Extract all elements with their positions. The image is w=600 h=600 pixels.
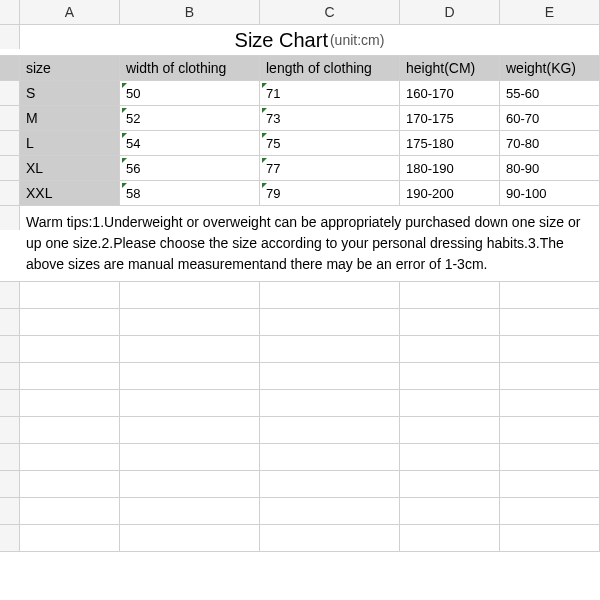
height-cell[interactable]: 170-175: [400, 106, 500, 130]
empty-cell[interactable]: [400, 498, 500, 524]
empty-cell[interactable]: [260, 390, 400, 416]
empty-cell[interactable]: [120, 282, 260, 308]
empty-cell[interactable]: [20, 390, 120, 416]
length-cell[interactable]: 71: [260, 81, 400, 105]
col-header-a[interactable]: A: [20, 0, 120, 24]
empty-cell[interactable]: [400, 363, 500, 389]
empty-cell[interactable]: [20, 525, 120, 551]
empty-cell[interactable]: [260, 336, 400, 362]
header-size[interactable]: size: [20, 56, 120, 80]
length-cell[interactable]: 79: [260, 181, 400, 205]
row-header[interactable]: [0, 471, 20, 497]
empty-cell[interactable]: [260, 525, 400, 551]
height-cell[interactable]: 175-180: [400, 131, 500, 155]
empty-cell[interactable]: [260, 282, 400, 308]
row-header[interactable]: [0, 390, 20, 416]
empty-cell[interactable]: [500, 417, 600, 443]
empty-cell[interactable]: [20, 444, 120, 470]
empty-cell[interactable]: [500, 363, 600, 389]
empty-cell[interactable]: [500, 309, 600, 335]
empty-cell[interactable]: [120, 444, 260, 470]
col-header-c[interactable]: C: [260, 0, 400, 24]
empty-cell[interactable]: [400, 309, 500, 335]
weight-cell[interactable]: 70-80: [500, 131, 600, 155]
empty-cell[interactable]: [500, 525, 600, 551]
empty-cell[interactable]: [20, 336, 120, 362]
height-cell[interactable]: 160-170: [400, 81, 500, 105]
row-header[interactable]: [0, 498, 20, 524]
empty-cell[interactable]: [260, 309, 400, 335]
empty-cell[interactable]: [20, 309, 120, 335]
row-header[interactable]: [0, 81, 20, 105]
empty-cell[interactable]: [400, 471, 500, 497]
empty-cell[interactable]: [260, 363, 400, 389]
empty-cell[interactable]: [20, 417, 120, 443]
size-cell[interactable]: L: [20, 131, 120, 155]
row-header[interactable]: [0, 25, 20, 49]
empty-cell[interactable]: [120, 417, 260, 443]
width-cell[interactable]: 52: [120, 106, 260, 130]
empty-cell[interactable]: [500, 390, 600, 416]
length-cell[interactable]: 77: [260, 156, 400, 180]
empty-cell[interactable]: [120, 525, 260, 551]
length-cell[interactable]: 75: [260, 131, 400, 155]
width-cell[interactable]: 56: [120, 156, 260, 180]
tips-cell[interactable]: Warm tips:1.Underweight or overweight ca…: [20, 206, 600, 281]
empty-cell[interactable]: [120, 336, 260, 362]
empty-cell[interactable]: [400, 390, 500, 416]
row-header[interactable]: [0, 282, 20, 308]
row-header[interactable]: [0, 417, 20, 443]
empty-cell[interactable]: [400, 336, 500, 362]
row-header[interactable]: [0, 444, 20, 470]
empty-cell[interactable]: [20, 363, 120, 389]
weight-cell[interactable]: 60-70: [500, 106, 600, 130]
row-header[interactable]: [0, 363, 20, 389]
row-header[interactable]: [0, 106, 20, 130]
col-header-b[interactable]: B: [120, 0, 260, 24]
empty-cell[interactable]: [500, 444, 600, 470]
empty-cell[interactable]: [120, 390, 260, 416]
empty-cell[interactable]: [260, 471, 400, 497]
empty-cell[interactable]: [260, 444, 400, 470]
width-cell[interactable]: 58: [120, 181, 260, 205]
row-header[interactable]: [0, 131, 20, 155]
empty-cell[interactable]: [400, 282, 500, 308]
header-weight[interactable]: weight(KG): [500, 56, 600, 80]
empty-cell[interactable]: [500, 336, 600, 362]
size-cell[interactable]: XL: [20, 156, 120, 180]
header-length[interactable]: length of clothing: [260, 56, 400, 80]
empty-cell[interactable]: [260, 498, 400, 524]
empty-cell[interactable]: [400, 444, 500, 470]
col-header-d[interactable]: D: [400, 0, 500, 24]
row-header[interactable]: [0, 181, 20, 205]
empty-cell[interactable]: [120, 471, 260, 497]
empty-cell[interactable]: [20, 498, 120, 524]
row-header[interactable]: [0, 206, 20, 230]
row-header[interactable]: [0, 156, 20, 180]
weight-cell[interactable]: 80-90: [500, 156, 600, 180]
empty-cell[interactable]: [120, 309, 260, 335]
length-cell[interactable]: 73: [260, 106, 400, 130]
size-cell[interactable]: S: [20, 81, 120, 105]
row-header[interactable]: [0, 525, 20, 551]
row-header[interactable]: [0, 309, 20, 335]
header-width[interactable]: width of clothing: [120, 56, 260, 80]
row-header[interactable]: [0, 56, 20, 80]
width-cell[interactable]: 50: [120, 81, 260, 105]
size-cell[interactable]: M: [20, 106, 120, 130]
col-header-e[interactable]: E: [500, 0, 600, 24]
row-header[interactable]: [0, 336, 20, 362]
header-height[interactable]: height(CM): [400, 56, 500, 80]
weight-cell[interactable]: 55-60: [500, 81, 600, 105]
corner-cell[interactable]: [0, 0, 20, 24]
empty-cell[interactable]: [500, 498, 600, 524]
empty-cell[interactable]: [500, 471, 600, 497]
empty-cell[interactable]: [20, 471, 120, 497]
empty-cell[interactable]: [120, 363, 260, 389]
empty-cell[interactable]: [260, 417, 400, 443]
height-cell[interactable]: 180-190: [400, 156, 500, 180]
width-cell[interactable]: 54: [120, 131, 260, 155]
weight-cell[interactable]: 90-100: [500, 181, 600, 205]
empty-cell[interactable]: [400, 417, 500, 443]
empty-cell[interactable]: [500, 282, 600, 308]
